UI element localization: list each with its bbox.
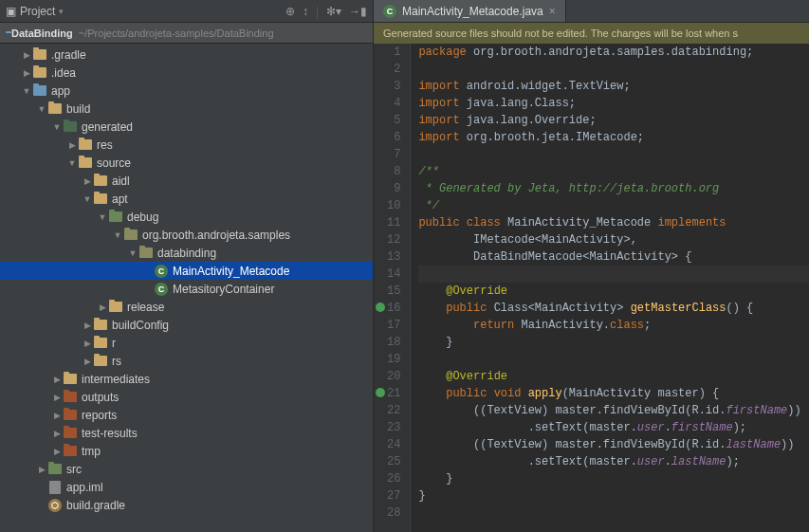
expand-arrow-icon[interactable]: ▶ (51, 375, 63, 384)
expand-arrow-icon[interactable]: ▼ (66, 158, 78, 168)
project-tree[interactable]: ▶.gradle▶.idea▼app▼build▼generated▶res▼s… (0, 44, 373, 532)
code-line[interactable] (418, 266, 809, 283)
expand-arrow-icon[interactable]: ▶ (82, 357, 93, 366)
tree-row[interactable]: ▼app (0, 82, 373, 100)
tree-row[interactable]: ▶src (0, 460, 373, 478)
expand-arrow-icon[interactable]: ▼ (82, 194, 93, 204)
expand-arrow-icon[interactable]: ▼ (36, 104, 47, 114)
line-number[interactable]: 25 (387, 453, 400, 470)
code-line[interactable]: import android.widget.TextView; (418, 78, 809, 95)
line-number[interactable]: 26 (387, 470, 400, 487)
code-line[interactable]: import org.brooth.jeta.IMetacode; (418, 129, 809, 146)
tree-row[interactable]: ▶intermediates (0, 370, 373, 388)
hide-icon[interactable]: →▮ (349, 5, 367, 18)
tree-row[interactable]: ▶r (0, 334, 373, 352)
code-line[interactable]: } (418, 470, 809, 487)
expand-arrow-icon[interactable]: ▼ (112, 230, 123, 240)
code-line[interactable]: public class MainActivity_Metacode imple… (418, 214, 809, 231)
tree-row[interactable]: ▼build (0, 100, 373, 118)
code-line[interactable]: import java.lang.Override; (418, 112, 809, 129)
tree-row[interactable]: ▶res (0, 136, 373, 154)
line-number[interactable]: 4 (387, 95, 400, 112)
line-number[interactable]: 10 (387, 197, 400, 214)
tree-row[interactable]: ▶.gradle (0, 46, 373, 64)
line-number[interactable]: 23 (387, 419, 400, 436)
code-line[interactable] (418, 61, 809, 78)
code-line[interactable]: ((TextView) master.findViewById(R.id.fir… (418, 402, 809, 419)
tree-row[interactable]: ▼org.brooth.androjeta.samples (0, 226, 373, 244)
line-number[interactable]: 8 (387, 163, 400, 180)
code-line[interactable]: * Generated by Jeta, http://jeta.brooth.… (418, 180, 809, 197)
code-line[interactable]: .setText(master.user.lastName); (418, 453, 809, 470)
expand-arrow-icon[interactable]: ▶ (66, 140, 78, 150)
code-line[interactable]: import java.lang.Class; (418, 95, 809, 112)
tree-row[interactable]: ▶tmp (0, 442, 373, 460)
tree-row[interactable]: ▶release (0, 298, 373, 316)
code-line[interactable]: */ (418, 197, 809, 214)
line-number[interactable]: 19 (387, 351, 400, 368)
line-number[interactable]: 7 (387, 146, 400, 163)
expand-arrow-icon[interactable]: ▶ (51, 447, 63, 456)
code-line[interactable]: @Override (418, 283, 809, 300)
line-gutter[interactable]: 1234567891011121314151617181920212223242… (374, 44, 411, 532)
target-icon[interactable]: ⊕ (285, 5, 295, 18)
tree-row[interactable]: ▼apt (0, 190, 373, 208)
line-number[interactable]: 22 (387, 402, 400, 419)
code-line[interactable]: package org.brooth.androjeta.samples.dat… (418, 44, 809, 61)
code-line[interactable] (418, 351, 809, 368)
tree-row[interactable]: ▶buildConfig (0, 316, 373, 334)
code-line[interactable]: public void apply(MainActivity master) { (418, 385, 809, 402)
expand-arrow-icon[interactable]: ▶ (21, 50, 32, 60)
expand-arrow-icon[interactable]: ▶ (82, 321, 93, 330)
expand-arrow-icon[interactable]: ▶ (36, 465, 47, 474)
code-line[interactable]: public Class<MainActivity> getMasterClas… (418, 300, 809, 317)
expand-arrow-icon[interactable]: ▶ (51, 393, 63, 402)
expand-arrow-icon[interactable]: ▼ (51, 122, 63, 132)
code-line[interactable]: ((TextView) master.findViewById(R.id.las… (418, 436, 809, 453)
line-number[interactable]: 9 (387, 180, 400, 197)
line-number[interactable]: 6 (387, 129, 400, 146)
tree-row[interactable]: ⬡build.gradle (0, 496, 373, 514)
tree-row[interactable]: ▼debug (0, 208, 373, 226)
line-number[interactable]: 24 (387, 436, 400, 453)
expand-arrow-icon[interactable]: ▶ (97, 303, 108, 312)
code-line[interactable]: IMetacode<MainActivity>, (418, 231, 809, 248)
line-number[interactable]: 5 (387, 112, 400, 129)
line-number[interactable]: 17 (387, 317, 400, 334)
override-gutter-icon[interactable] (376, 388, 385, 397)
expand-arrow-icon[interactable]: ▶ (82, 339, 93, 348)
code-line[interactable]: return MainActivity.class; (418, 317, 809, 334)
code-line[interactable]: } (418, 487, 809, 504)
tab-file[interactable]: C MainActivity_Metacode.java × (374, 0, 566, 22)
line-number[interactable]: 20 (387, 368, 400, 385)
line-number[interactable]: 12 (387, 231, 400, 248)
code-line[interactable]: DataBindMetacode<MainActivity> { (418, 248, 809, 266)
line-number[interactable]: 13 (387, 248, 400, 266)
tree-row[interactable]: ▼databinding (0, 244, 373, 262)
line-number[interactable]: 14 (387, 266, 400, 283)
expand-arrow-icon[interactable]: ▶ (21, 68, 32, 78)
code-line[interactable]: } (418, 334, 809, 351)
tree-row[interactable]: ▶.idea (0, 64, 373, 82)
line-number[interactable]: 3 (387, 78, 400, 95)
line-number[interactable]: 18 (387, 334, 400, 351)
expand-arrow-icon[interactable]: ▼ (127, 248, 138, 258)
line-number[interactable]: 11 (387, 214, 400, 231)
expand-arrow-icon[interactable]: ▶ (51, 411, 63, 420)
line-number[interactable]: 16 (387, 300, 400, 317)
collapse-icon[interactable]: ↕ (303, 5, 308, 18)
close-icon[interactable]: × (549, 5, 556, 18)
line-number[interactable]: 27 (387, 487, 400, 504)
expand-arrow-icon[interactable]: ▶ (82, 176, 93, 186)
expand-arrow-icon[interactable]: ▼ (21, 86, 32, 96)
expand-arrow-icon[interactable]: ▶ (51, 429, 63, 438)
tree-row[interactable]: ▼source (0, 154, 373, 172)
gear-icon[interactable]: ✻▾ (326, 5, 341, 18)
tree-row[interactable]: ▶outputs (0, 388, 373, 406)
code-line[interactable]: .setText(master.user.firstName); (418, 419, 809, 436)
code-line[interactable] (418, 504, 809, 522)
code-line[interactable]: @Override (418, 368, 809, 385)
chevron-down-icon[interactable]: ▾ (59, 7, 64, 16)
tree-row[interactable]: ▶aidl (0, 172, 373, 190)
tree-row[interactable]: ▶rs (0, 352, 373, 370)
